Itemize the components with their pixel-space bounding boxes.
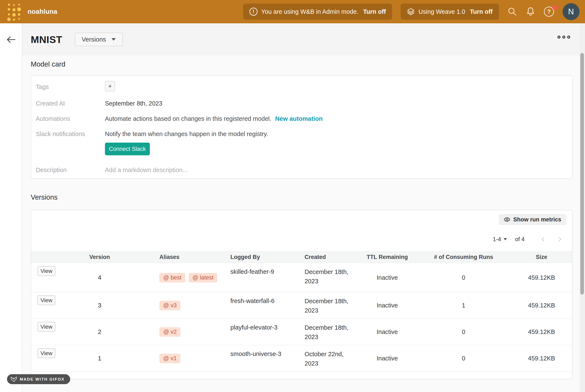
bell-icon — [526, 7, 536, 16]
version-cell: 1 — [68, 355, 131, 362]
wandb-dots-logo-glyph — [6, 2, 22, 21]
help-glyph: ? — [547, 8, 551, 15]
automations-row: Automations Automate actions based on ch… — [36, 113, 572, 128]
admin-mode-banner: ! You are using W&B in Admin mode. Turn … — [243, 4, 392, 20]
gifox-watermark: MADE WITH GIFOX — [7, 374, 70, 384]
page-header: MNIST Versions — [22, 23, 585, 56]
alert-glyph: ! — [253, 9, 254, 14]
ellipsis-icon — [567, 36, 570, 38]
help-button[interactable]: ? — [544, 6, 554, 17]
page-range-label: 1-4 — [493, 236, 501, 242]
new-automation-link[interactable]: New automation — [275, 115, 322, 122]
column-header-version: Version — [68, 254, 131, 260]
consuming-runs-cell: 1 — [417, 302, 510, 309]
alias-badge: @ latest — [189, 273, 217, 282]
created-cell: December 18th, 2023 — [304, 263, 358, 292]
admin-turn-off-link[interactable]: Turn off — [363, 8, 386, 15]
consuming-runs-cell: 0 — [417, 355, 510, 362]
slack-text: Notify the team when changes happen in t… — [105, 130, 268, 137]
logged-by-cell: smooth-universe-3 — [230, 346, 304, 372]
description-label: Description — [36, 164, 105, 174]
wandb-dots-logo-icon[interactable] — [6, 2, 22, 21]
alias-badge: @ v1 — [160, 354, 180, 363]
ellipsis-icon — [562, 36, 565, 38]
chevron-down-icon — [112, 38, 116, 41]
page-range-dropdown[interactable]: 1-4 — [493, 236, 507, 242]
gifox-watermark-text: MADE WITH GIFOX — [20, 377, 65, 382]
view-version-button[interactable]: View — [38, 296, 55, 305]
show-run-metrics-button[interactable]: Show run metrics — [499, 214, 566, 225]
tags-label: Tags — [36, 81, 105, 90]
column-header-ttl: TTL Remaining — [358, 254, 417, 260]
table-row: View 4 @ best @ latest skilled-feather-9… — [31, 263, 572, 292]
model-card-section-title: Model card — [31, 60, 65, 68]
add-tag-button[interactable]: + — [105, 81, 115, 92]
automations-text: Automate actions based on changes in thi… — [105, 115, 271, 122]
created-at-value: September 8th, 2023 — [105, 98, 162, 107]
ttl-cell: Inactive — [358, 355, 417, 362]
ellipsis-icon — [558, 36, 560, 38]
weave-text: Using Weave 1.0 — [418, 8, 465, 15]
size-cell: 459.12KB — [510, 355, 572, 362]
notification-dot — [552, 5, 558, 10]
caret-down-icon — [504, 238, 507, 240]
consuming-runs-cell: 0 — [417, 274, 510, 281]
pagination-next-button[interactable] — [557, 236, 563, 242]
alert-icon: ! — [250, 8, 258, 16]
version-cell: 3 — [68, 302, 131, 309]
alias-badge: @ v3 — [160, 301, 180, 310]
created-at-row: Created At September 8th, 2023 — [36, 98, 572, 113]
arrow-left-icon — [6, 36, 16, 43]
logged-by-cell: skilled-feather-9 — [230, 263, 304, 292]
entity-name: noahluna — [28, 8, 57, 16]
pagination-prev-button[interactable] — [540, 236, 546, 242]
tags-row: Tags + — [36, 81, 572, 98]
scrollbar-thumb[interactable] — [580, 53, 584, 294]
created-cell: October 22nd, 2023 — [304, 346, 358, 372]
ttl-cell: Inactive — [358, 328, 417, 336]
versions-dropdown-label: Versions — [82, 36, 106, 43]
view-version-button[interactable]: View — [38, 322, 55, 332]
ttl-cell: Inactive — [358, 302, 417, 309]
column-header-logged-by: Logged By — [230, 254, 304, 260]
alias-badge: @ v2 — [160, 327, 180, 337]
view-version-button[interactable]: View — [38, 348, 55, 358]
table-header-row: Version Aliases Logged By Created TTL Re… — [31, 251, 572, 263]
show-run-metrics-label: Show run metrics — [513, 216, 561, 223]
main-content: MNIST Versions Model card Tags + Created… — [22, 23, 585, 392]
created-at-label: Created At — [36, 98, 105, 107]
view-version-button[interactable]: View — [38, 266, 55, 276]
notifications-button[interactable] — [526, 7, 536, 16]
size-cell: 459.12KB — [510, 302, 572, 309]
weave-turn-off-link[interactable]: Turn off — [470, 8, 492, 15]
column-header-size: Size — [510, 254, 572, 260]
topbar-actions: ! You are using W&B in Admin mode. Turn … — [243, 3, 580, 20]
pagination: 1-4 of 4 — [493, 234, 563, 244]
table-row: View 2 @ v2 playful-elevator-3 December … — [31, 319, 572, 346]
automations-label: Automations — [36, 113, 105, 122]
weave-banner: Using Weave 1.0 Turn off — [400, 4, 499, 20]
versions-dropdown[interactable]: Versions — [74, 33, 123, 46]
layers-icon — [407, 8, 414, 16]
consuming-runs-cell: 0 — [417, 328, 510, 336]
overflow-menu-button[interactable] — [558, 36, 570, 38]
logged-by-cell: fresh-waterfall-6 — [230, 292, 304, 318]
scrollbar-track — [580, 23, 585, 392]
eye-icon — [504, 216, 510, 223]
description-editor[interactable]: Add a markdown description... — [105, 164, 188, 174]
description-row: Description Add a markdown description..… — [36, 164, 572, 174]
table-row: View 3 @ v3 fresh-waterfall-6 December 1… — [31, 292, 572, 319]
slack-row: Slack notifications Notify the team when… — [36, 128, 572, 164]
created-cell: December 18th, 2023 — [304, 319, 358, 345]
slack-notifications-label: Slack notifications — [36, 128, 105, 138]
size-cell: 459.12KB — [510, 274, 572, 281]
search-button[interactable] — [508, 7, 517, 16]
left-sidebar — [0, 23, 22, 392]
back-button[interactable] — [6, 34, 17, 45]
connect-slack-button[interactable]: Connect Slack — [105, 142, 150, 155]
avatar[interactable]: N — [562, 3, 580, 20]
version-cell: 4 — [68, 274, 131, 281]
page-title: MNIST — [31, 34, 62, 45]
table-body: View 4 @ best @ latest skilled-feather-9… — [31, 263, 572, 372]
topbar: noahluna ! You are using W&B in Admin mo… — [0, 0, 585, 23]
